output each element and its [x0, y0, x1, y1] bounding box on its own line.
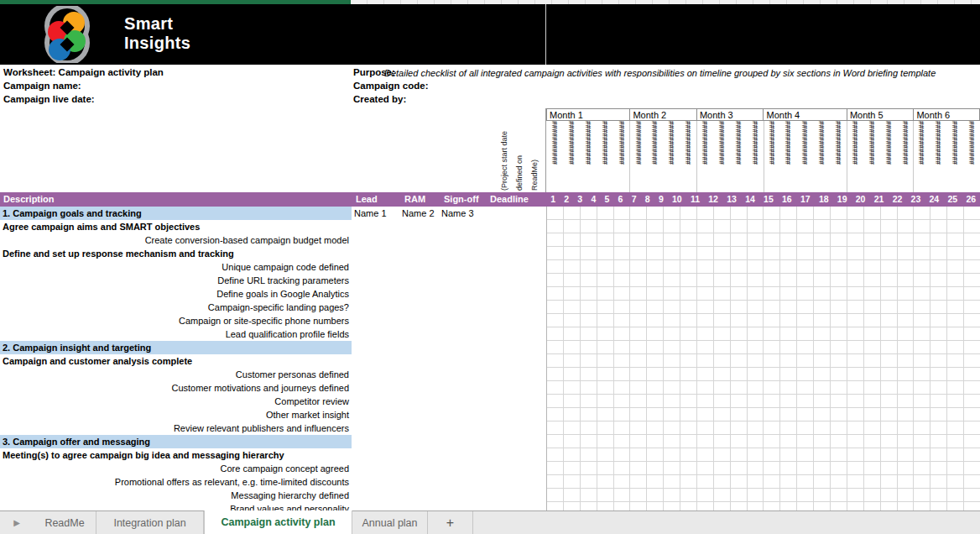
date-cell-overflow-17[interactable]: ########### — [813, 121, 830, 192]
task-description-cell[interactable]: Review relevant publishers and influence… — [0, 421, 352, 435]
task-description-cell[interactable]: Unique campaign code defined — [0, 260, 352, 274]
worksheet-label[interactable]: Worksheet: Campaign activity plan — [3, 67, 164, 77]
campaign-live-date-label[interactable]: Campaign live date: — [3, 94, 95, 104]
week-number-24[interactable]: 24 — [925, 192, 943, 207]
date-cell-overflow-13[interactable]: ########### — [747, 121, 764, 192]
timeline-grid[interactable] — [546, 207, 980, 510]
task-description-cell[interactable]: Create conversion-based campaign budget … — [0, 233, 352, 247]
task-description-cell[interactable]: Promotional offers as relevant, e.g. tim… — [0, 475, 352, 489]
week-number-14[interactable]: 14 — [741, 192, 759, 207]
task-description-cell[interactable]: Other market insight — [0, 408, 352, 421]
date-cell-overflow-24[interactable]: ########### — [930, 121, 946, 192]
date-cell-overflow-23[interactable]: ########### — [913, 121, 930, 192]
header-signoff[interactable]: Sign-off — [440, 192, 487, 207]
month-header-2[interactable]: Month 2 — [629, 109, 696, 120]
date-cell-overflow-1[interactable]: ########### — [546, 121, 563, 192]
date-cell-overflow-6[interactable]: ########### — [629, 121, 646, 192]
signoff-cell[interactable]: Name 3 — [441, 207, 487, 220]
date-cell-overflow-16[interactable]: ########### — [796, 121, 813, 192]
campaign-code-label[interactable]: Campaign code: — [353, 81, 428, 91]
header-deadline[interactable]: Deadline — [487, 192, 545, 207]
date-cell-overflow-22[interactable]: ########### — [896, 121, 913, 192]
date-cell-overflow-18[interactable]: ########### — [830, 121, 847, 192]
week-number-2[interactable]: 2 — [560, 192, 573, 207]
task-description-cell[interactable]: Customer motivations and journeys define… — [0, 381, 352, 395]
week-number-15[interactable]: 15 — [759, 192, 778, 207]
task-description-cell[interactable]: Define URL tracking parameters — [0, 274, 352, 287]
lead-cell[interactable]: Name 1 — [354, 207, 401, 220]
date-cell-overflow-21[interactable]: ########### — [880, 121, 897, 192]
subhead-description-cell[interactable]: Agree campaign aims and SMART objectives — [0, 220, 352, 233]
week-number-18[interactable]: 18 — [815, 192, 833, 207]
task-description-cell[interactable]: Campaign or site-specific phone numbers — [0, 314, 352, 327]
campaign-name-label[interactable]: Campaign name: — [3, 81, 81, 91]
date-cell-overflow-3[interactable]: ########### — [580, 121, 597, 192]
date-cell-overflow-5[interactable]: ########### — [613, 121, 630, 192]
header-lead[interactable]: Lead — [352, 192, 401, 207]
date-cell-overflow-25[interactable]: ########### — [946, 121, 963, 192]
date-cell-overflow-11[interactable]: ########### — [713, 121, 730, 192]
week-number-6[interactable]: 6 — [613, 192, 627, 207]
date-cell-overflow-9[interactable]: ########### — [680, 121, 696, 192]
task-description-cell[interactable]: Messaging hierarchy defined — [0, 489, 352, 502]
month-header-3[interactable]: Month 3 — [696, 109, 764, 120]
created-by-label[interactable]: Created by: — [353, 94, 406, 104]
task-description-cell[interactable]: Competitor review — [0, 395, 352, 408]
date-cell-overflow-26[interactable]: ########### — [963, 121, 980, 192]
task-description-cell[interactable]: Campaign-specific landing pages? — [0, 301, 352, 314]
ram-cell[interactable]: Name 2 — [402, 207, 440, 220]
week-number-8[interactable]: 8 — [641, 192, 654, 207]
week-number-25[interactable]: 25 — [943, 192, 962, 207]
week-number-23[interactable]: 23 — [906, 192, 925, 207]
month-header-4[interactable]: Month 4 — [763, 109, 846, 120]
date-cell-overflow-14[interactable]: ########### — [763, 121, 779, 192]
sheet-tab-annual-plan[interactable]: Annual plan — [352, 511, 428, 534]
task-description-cell[interactable]: Brand values and personality — [0, 502, 352, 510]
date-cell-overflow-15[interactable]: ########### — [779, 121, 796, 192]
week-number-20[interactable]: 20 — [852, 192, 870, 207]
month-header-1[interactable]: Month 1 — [546, 109, 629, 120]
section-description-cell[interactable]: 2. Campaign insight and targeting — [0, 341, 352, 354]
week-number-4[interactable]: 4 — [586, 192, 600, 207]
month-header-5[interactable]: Month 5 — [847, 109, 914, 120]
week-number-22[interactable]: 22 — [889, 192, 907, 207]
week-number-12[interactable]: 12 — [704, 192, 722, 207]
sheet-nav-button[interactable]: ▶ — [0, 511, 34, 534]
date-cell-overflow-20[interactable]: ########### — [863, 121, 880, 192]
header-description[interactable]: Description — [0, 192, 352, 207]
add-sheet-button[interactable]: + — [428, 511, 473, 534]
task-description-cell[interactable]: Core campaign concept agreed — [0, 462, 352, 475]
date-cell-overflow-19[interactable]: ########### — [847, 121, 863, 192]
week-number-5[interactable]: 5 — [600, 192, 613, 207]
week-number-26[interactable]: 26 — [962, 192, 980, 207]
week-number-17[interactable]: 17 — [796, 192, 815, 207]
sheet-tab-readme[interactable]: ReadMe — [34, 511, 96, 534]
date-cell-overflow-12[interactable]: ########### — [730, 121, 747, 192]
month-header-6[interactable]: Month 6 — [913, 109, 980, 120]
task-description-cell[interactable]: Lead qualification profile fields — [0, 327, 352, 341]
section-description-cell[interactable]: 1. Campaign goals and tracking — [0, 207, 352, 220]
date-cell-overflow-4[interactable]: ########### — [597, 121, 613, 192]
week-number-3[interactable]: 3 — [573, 192, 586, 207]
sheet-tab-integration-plan[interactable]: Integration plan — [96, 511, 204, 534]
section-description-cell[interactable]: 3. Campaign offer and messaging — [0, 435, 352, 448]
week-number-11[interactable]: 11 — [686, 192, 704, 207]
sheet-tab-campaign-activity-plan[interactable]: Campaign activity plan — [204, 510, 352, 534]
date-cell-overflow-10[interactable]: ########### — [696, 121, 713, 192]
subhead-description-cell[interactable]: Meeting(s) to agree campaign big idea an… — [0, 448, 352, 462]
subhead-description-cell[interactable]: Campaign and customer analysis complete — [0, 354, 352, 368]
task-description-cell[interactable]: Customer personas defined — [0, 368, 352, 381]
date-cell-overflow-2[interactable]: ########### — [563, 121, 580, 192]
date-cell-overflow-7[interactable]: ########### — [646, 121, 663, 192]
header-ram[interactable]: RAM — [401, 192, 440, 207]
week-number-1[interactable]: 1 — [546, 192, 560, 207]
week-number-7[interactable]: 7 — [628, 192, 641, 207]
week-number-10[interactable]: 10 — [668, 192, 686, 207]
week-number-13[interactable]: 13 — [722, 192, 741, 207]
task-description-cell[interactable]: Define goals in Google Analytics — [0, 287, 352, 301]
week-number-9[interactable]: 9 — [654, 192, 668, 207]
date-cell-overflow-8[interactable]: ########### — [663, 121, 680, 192]
week-number-21[interactable]: 21 — [870, 192, 889, 207]
week-number-16[interactable]: 16 — [778, 192, 796, 207]
subhead-description-cell[interactable]: Define and set up response mechanism and… — [0, 247, 352, 260]
